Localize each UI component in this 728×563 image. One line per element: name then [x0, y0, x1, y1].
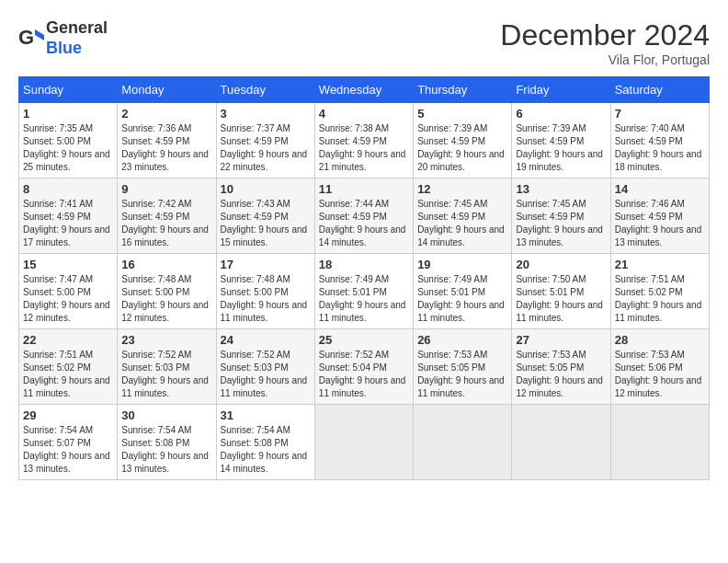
calendar-day-29: 29Sunrise: 7:54 AMSunset: 5:07 PMDayligh…: [19, 405, 118, 480]
day-number: 17: [221, 258, 311, 271]
weekday-header-row: SundayMondayTuesdayWednesdayThursdayFrid…: [19, 77, 710, 103]
calendar-day-1: 1Sunrise: 7:35 AMSunset: 5:00 PMDaylight…: [19, 103, 118, 178]
page-header: G General Blue December 2024 Vila Flor, …: [18, 18, 710, 67]
svg-marker-1: [35, 29, 44, 40]
day-info: Sunrise: 7:52 AMSunset: 5:03 PMDaylight:…: [221, 349, 311, 400]
day-number: 15: [23, 258, 113, 271]
calendar-day-4: 4Sunrise: 7:38 AMSunset: 4:59 PMDaylight…: [314, 103, 413, 178]
day-number: 9: [121, 182, 211, 196]
logo-text: General Blue: [46, 18, 108, 58]
day-info: Sunrise: 7:46 AMSunset: 4:59 PMDaylight:…: [615, 198, 705, 249]
calendar-day-11: 11Sunrise: 7:44 AMSunset: 4:59 PMDayligh…: [314, 178, 413, 254]
calendar-day-17: 17Sunrise: 7:48 AMSunset: 5:00 PMDayligh…: [216, 254, 314, 329]
day-number: 18: [319, 258, 409, 271]
day-number: 28: [615, 333, 705, 347]
calendar-day-30: 30Sunrise: 7:54 AMSunset: 5:08 PMDayligh…: [118, 405, 216, 480]
day-number: 13: [516, 182, 606, 196]
calendar-day-3: 3Sunrise: 7:37 AMSunset: 4:59 PMDaylight…: [216, 103, 314, 178]
day-number: 5: [417, 107, 507, 121]
day-number: 20: [516, 258, 606, 271]
day-info: Sunrise: 7:47 AMSunset: 5:00 PMDaylight:…: [23, 273, 113, 325]
day-info: Sunrise: 7:39 AMSunset: 4:59 PMDaylight:…: [417, 122, 507, 174]
calendar-week-5: 29Sunrise: 7:54 AMSunset: 5:07 PMDayligh…: [19, 405, 710, 480]
calendar-day-14: 14Sunrise: 7:46 AMSunset: 4:59 PMDayligh…: [610, 178, 709, 254]
day-info: Sunrise: 7:49 AMSunset: 5:01 PMDaylight:…: [417, 273, 507, 325]
day-number: 26: [417, 333, 507, 347]
calendar-week-1: 1Sunrise: 7:35 AMSunset: 5:00 PMDaylight…: [19, 103, 710, 178]
day-number: 21: [615, 258, 705, 271]
day-number: 8: [23, 182, 113, 196]
day-number: 22: [23, 333, 113, 347]
calendar-week-4: 22Sunrise: 7:51 AMSunset: 5:02 PMDayligh…: [19, 329, 710, 405]
day-info: Sunrise: 7:53 AMSunset: 5:05 PMDaylight:…: [516, 349, 606, 400]
calendar-day-22: 22Sunrise: 7:51 AMSunset: 5:02 PMDayligh…: [19, 329, 118, 405]
day-number: 31: [221, 408, 311, 422]
day-number: 29: [23, 408, 113, 422]
empty-cell: [414, 405, 512, 480]
calendar-day-27: 27Sunrise: 7:53 AMSunset: 5:05 PMDayligh…: [512, 329, 610, 405]
empty-cell: [314, 405, 413, 480]
calendar-day-31: 31Sunrise: 7:54 AMSunset: 5:08 PMDayligh…: [216, 405, 314, 480]
calendar-day-5: 5Sunrise: 7:39 AMSunset: 4:59 PMDaylight…: [414, 103, 512, 178]
calendar-day-28: 28Sunrise: 7:53 AMSunset: 5:06 PMDayligh…: [610, 329, 709, 405]
empty-cell: [512, 405, 610, 480]
day-number: 27: [516, 333, 606, 347]
day-number: 3: [221, 107, 311, 121]
svg-text:G: G: [18, 26, 34, 49]
day-info: Sunrise: 7:48 AMSunset: 5:00 PMDaylight:…: [121, 273, 211, 325]
day-info: Sunrise: 7:54 AMSunset: 5:08 PMDaylight:…: [221, 424, 311, 476]
day-info: Sunrise: 7:54 AMSunset: 5:08 PMDaylight:…: [121, 424, 211, 476]
calendar-day-25: 25Sunrise: 7:52 AMSunset: 5:04 PMDayligh…: [314, 329, 413, 405]
day-number: 14: [615, 182, 705, 196]
calendar-day-20: 20Sunrise: 7:50 AMSunset: 5:01 PMDayligh…: [512, 254, 610, 329]
day-info: Sunrise: 7:40 AMSunset: 4:59 PMDaylight:…: [615, 122, 705, 174]
month-title: December 2024: [500, 18, 710, 52]
calendar-day-15: 15Sunrise: 7:47 AMSunset: 5:00 PMDayligh…: [19, 254, 118, 329]
calendar-table: SundayMondayTuesdayWednesdayThursdayFrid…: [18, 76, 710, 480]
day-info: Sunrise: 7:44 AMSunset: 4:59 PMDaylight:…: [319, 198, 409, 249]
day-info: Sunrise: 7:45 AMSunset: 4:59 PMDaylight:…: [417, 198, 507, 249]
day-info: Sunrise: 7:42 AMSunset: 4:59 PMDaylight:…: [121, 198, 211, 249]
day-info: Sunrise: 7:41 AMSunset: 4:59 PMDaylight:…: [23, 198, 113, 249]
day-number: 10: [221, 182, 311, 196]
weekday-header-friday: Friday: [512, 77, 610, 103]
day-info: Sunrise: 7:45 AMSunset: 4:59 PMDaylight:…: [516, 198, 606, 249]
day-number: 19: [417, 258, 507, 271]
logo: G General Blue: [18, 18, 108, 58]
weekday-header-wednesday: Wednesday: [314, 77, 413, 103]
day-info: Sunrise: 7:37 AMSunset: 4:59 PMDaylight:…: [221, 122, 311, 174]
weekday-header-monday: Monday: [118, 77, 216, 103]
empty-cell: [610, 405, 709, 480]
weekday-header-tuesday: Tuesday: [216, 77, 314, 103]
day-info: Sunrise: 7:52 AMSunset: 5:03 PMDaylight:…: [121, 349, 211, 400]
day-info: Sunrise: 7:39 AMSunset: 4:59 PMDaylight:…: [516, 122, 606, 174]
calendar-day-18: 18Sunrise: 7:49 AMSunset: 5:01 PMDayligh…: [314, 254, 413, 329]
day-number: 30: [121, 408, 211, 422]
day-info: Sunrise: 7:53 AMSunset: 5:06 PMDaylight:…: [615, 349, 705, 400]
day-number: 23: [121, 333, 211, 347]
calendar-day-24: 24Sunrise: 7:52 AMSunset: 5:03 PMDayligh…: [216, 329, 314, 405]
calendar-day-26: 26Sunrise: 7:53 AMSunset: 5:05 PMDayligh…: [414, 329, 512, 405]
day-info: Sunrise: 7:53 AMSunset: 5:05 PMDaylight:…: [417, 349, 507, 400]
location-subtitle: Vila Flor, Portugal: [500, 52, 710, 67]
day-info: Sunrise: 7:54 AMSunset: 5:07 PMDaylight:…: [23, 424, 113, 476]
calendar-day-13: 13Sunrise: 7:45 AMSunset: 4:59 PMDayligh…: [512, 178, 610, 254]
logo-icon: G: [18, 26, 44, 52]
calendar-week-2: 8Sunrise: 7:41 AMSunset: 4:59 PMDaylight…: [19, 178, 710, 254]
weekday-header-saturday: Saturday: [610, 77, 709, 103]
day-info: Sunrise: 7:43 AMSunset: 4:59 PMDaylight:…: [221, 198, 311, 249]
day-number: 24: [221, 333, 311, 347]
day-info: Sunrise: 7:48 AMSunset: 5:00 PMDaylight:…: [221, 273, 311, 325]
day-info: Sunrise: 7:49 AMSunset: 5:01 PMDaylight:…: [319, 273, 409, 325]
day-info: Sunrise: 7:50 AMSunset: 5:01 PMDaylight:…: [516, 273, 606, 325]
calendar-day-12: 12Sunrise: 7:45 AMSunset: 4:59 PMDayligh…: [414, 178, 512, 254]
day-info: Sunrise: 7:52 AMSunset: 5:04 PMDaylight:…: [319, 349, 409, 400]
day-info: Sunrise: 7:38 AMSunset: 4:59 PMDaylight:…: [319, 122, 409, 174]
day-number: 11: [319, 182, 409, 196]
day-info: Sunrise: 7:51 AMSunset: 5:02 PMDaylight:…: [23, 349, 113, 400]
calendar-day-6: 6Sunrise: 7:39 AMSunset: 4:59 PMDaylight…: [512, 103, 610, 178]
calendar-day-2: 2Sunrise: 7:36 AMSunset: 4:59 PMDaylight…: [118, 103, 216, 178]
day-info: Sunrise: 7:35 AMSunset: 5:00 PMDaylight:…: [23, 122, 113, 174]
calendar-day-7: 7Sunrise: 7:40 AMSunset: 4:59 PMDaylight…: [610, 103, 709, 178]
title-block: December 2024 Vila Flor, Portugal: [500, 18, 710, 67]
